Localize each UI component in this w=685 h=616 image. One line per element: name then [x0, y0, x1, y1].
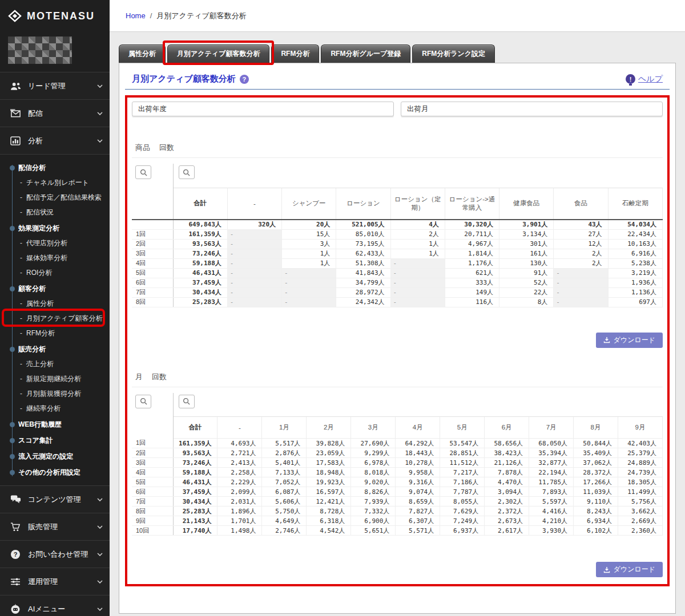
- table-cell: 12,421人: [307, 497, 351, 506]
- table-row: 6回37,459人2,099人6,087人16,597人8,826人9,074人…: [132, 487, 663, 497]
- shipment-month-select[interactable]: 出荷月: [401, 102, 663, 116]
- column-header: -: [217, 417, 262, 439]
- table-cell: 93,563人: [173, 448, 217, 458]
- table-cell: 9,074人: [396, 487, 440, 497]
- tab-monthly-active-customer-count-analysis[interactable]: 月別アクティブ顧客数分析: [167, 44, 269, 63]
- help-question-icon[interactable]: ?: [240, 75, 249, 84]
- sidebar-item-attribute-analysis[interactable]: 属性分析: [0, 296, 110, 311]
- download-button[interactable]: ダウンロード: [596, 333, 663, 348]
- sidebar-item-inquiry-management[interactable]: ?お問い合わせ管理: [0, 540, 110, 568]
- sidebar-item-revenue-analysis[interactable]: 売上分析: [0, 356, 110, 371]
- table-cell: 7,249人: [440, 516, 485, 526]
- breadcrumb-separator: /: [150, 11, 152, 20]
- column-header: 3月: [351, 417, 396, 439]
- download-button[interactable]: ダウンロード: [596, 562, 663, 577]
- table-cell: 1人: [282, 249, 336, 258]
- help-link[interactable]: ! ヘルプ: [626, 74, 663, 84]
- table-cell: 8,243人: [574, 506, 618, 516]
- table-cell: -: [282, 278, 336, 287]
- table-cell: 5,401人: [262, 458, 307, 468]
- content-panel: 月別アクティブ顧客数分析 ? ! ヘルプ 出荷年度 出荷月 商品 回数 合計-シ…: [119, 63, 676, 614]
- breadcrumb-home-link[interactable]: Home: [126, 11, 146, 20]
- table-cell: 6,978人: [351, 458, 396, 468]
- table-cell: 7,787人: [440, 487, 485, 497]
- table-cell: 6,934人: [574, 516, 618, 526]
- sidebar-item-analysis[interactable]: 分析: [0, 127, 110, 154]
- sidebar-item-new-subscription-continuation-analysis[interactable]: 新規定期継続分析: [0, 371, 110, 386]
- row-header: 8回: [132, 297, 173, 307]
- row-header: 8回: [132, 506, 173, 516]
- row-search-button[interactable]: [135, 395, 151, 408]
- table-row: 10回17,740人1,498人2,746人4,542人5,651人5,571人…: [132, 526, 663, 536]
- row-search-button[interactable]: [135, 165, 151, 179]
- table-cell: 16,597人: [307, 487, 351, 497]
- chart-icon: [8, 136, 23, 145]
- column-search-button[interactable]: [179, 395, 195, 408]
- sidebar-item-web-behavior-history[interactable]: WEB行動履歴: [0, 417, 110, 432]
- shipment-year-select[interactable]: 出荷年度: [132, 102, 394, 116]
- sidebar-item-agency-analysis[interactable]: 代理店別分析: [0, 236, 110, 250]
- sidebar-item-roi-analysis[interactable]: ROI分析: [0, 265, 110, 280]
- sidebar-item-rfm-analysis[interactable]: RFM分析: [0, 326, 110, 341]
- sidebar-analysis-list: 配信分析チャネル別レポート配信予定／配信結果検索配信状況効果測定分析代理店別分析…: [0, 154, 110, 485]
- table-cell: 5,651人: [351, 526, 396, 536]
- table-cell: 1,896人: [217, 506, 262, 516]
- tab-rfm-group-registration[interactable]: RFM分析グループ登録: [321, 44, 410, 63]
- table-cell: 15人: [282, 229, 336, 239]
- sidebar-item-lead-management[interactable]: リード管理: [0, 72, 110, 99]
- table-cell: -: [390, 278, 445, 287]
- sidebar-item-delivery-analysis[interactable]: 配信分析: [0, 160, 110, 175]
- table-cell: 320人: [227, 220, 281, 229]
- tab-rfm-rank-settings[interactable]: RFM分析ランク設定: [412, 44, 495, 63]
- sidebar-item-customer-analysis[interactable]: 顧客分析: [0, 281, 110, 296]
- table-cell: 1,498人: [217, 526, 262, 536]
- sidebar-item-operation-management[interactable]: 運用管理: [0, 568, 110, 595]
- table-cell: 4,649人: [262, 516, 307, 526]
- row-header: 4回: [132, 258, 173, 268]
- table-cell: 3,094人: [485, 487, 529, 497]
- sidebar-item-other-analysis-settings[interactable]: その他の分析用設定: [0, 465, 110, 480]
- sidebar-item-content-management[interactable]: コンテンツ管理: [0, 485, 110, 513]
- sidebar-item-monthly-new-acquisition-analysis[interactable]: 月別新規獲得分析: [0, 386, 110, 401]
- chevron-down-icon: [97, 580, 103, 583]
- table-cell: 58,656人: [485, 439, 529, 448]
- sidebar-item-delivery-status[interactable]: 配信状況: [0, 205, 110, 220]
- chevron-down-icon: [97, 553, 103, 556]
- table-cell: 17,266人: [574, 477, 618, 487]
- table-cell: 9,299人: [351, 448, 396, 458]
- table-cell: 5,750人: [262, 506, 307, 516]
- sidebar-item-channel-report[interactable]: チャネル別レポート: [0, 175, 110, 190]
- table-cell: 22,194人: [529, 468, 574, 477]
- table-cell: 3人: [282, 239, 336, 249]
- table-cell: 17,583人: [307, 458, 351, 468]
- table-cell: 1,136人: [608, 287, 662, 297]
- sidebar-item-sales-analysis[interactable]: 販売分析: [0, 342, 110, 356]
- table-cell: 7,629人: [440, 506, 485, 516]
- sidebar-item-monthly-active-customer-analysis[interactable]: 月別アクティブ顧客分析: [0, 311, 110, 326]
- tab-rfm-analysis[interactable]: RFM分析: [271, 44, 319, 63]
- chevron-down-icon: [97, 112, 103, 115]
- chevron-down-icon: [97, 139, 103, 143]
- table-cell: 24,342人: [336, 297, 390, 307]
- sidebar-item-sales-management[interactable]: 販売管理: [0, 513, 110, 540]
- table-cell: 46,431人: [173, 477, 217, 487]
- table-cell: 19,923人: [307, 477, 351, 487]
- sidebar-item-score-aggregation[interactable]: スコア集計: [0, 433, 110, 448]
- table-cell: 1,936人: [608, 278, 662, 287]
- sidebar-item-media-efficiency-analysis[interactable]: 媒体効率分析: [0, 250, 110, 265]
- table-cell: 2人: [554, 258, 608, 268]
- column-search-button[interactable]: [179, 165, 195, 179]
- sidebar-item-ai-menu[interactable]: AIメニュー: [0, 595, 110, 616]
- table-cell: 18,443人: [396, 448, 440, 458]
- sidebar-item-referrer-measurement-settings[interactable]: 流入元測定の設定: [0, 449, 110, 464]
- search-icon: [140, 169, 147, 176]
- table-row: 1回161,359人4,693人5,517人39,828人27,690人64,2…: [132, 439, 663, 448]
- sidebar-item-delivery[interactable]: 配信: [0, 99, 110, 127]
- table-cell: 2,360人: [618, 526, 663, 536]
- table-cell: 41,843人: [336, 268, 390, 278]
- tab-attribute-analysis[interactable]: 属性分析: [119, 44, 166, 63]
- sidebar-item-delivery-schedule-result-search[interactable]: 配信予定／配信結果検索: [0, 190, 110, 205]
- sidebar-item-retention-rate-analysis[interactable]: 継続率分析: [0, 401, 110, 416]
- row-header: 7回: [132, 497, 173, 506]
- sidebar-item-effect-measurement-analysis[interactable]: 効果測定分析: [0, 221, 110, 236]
